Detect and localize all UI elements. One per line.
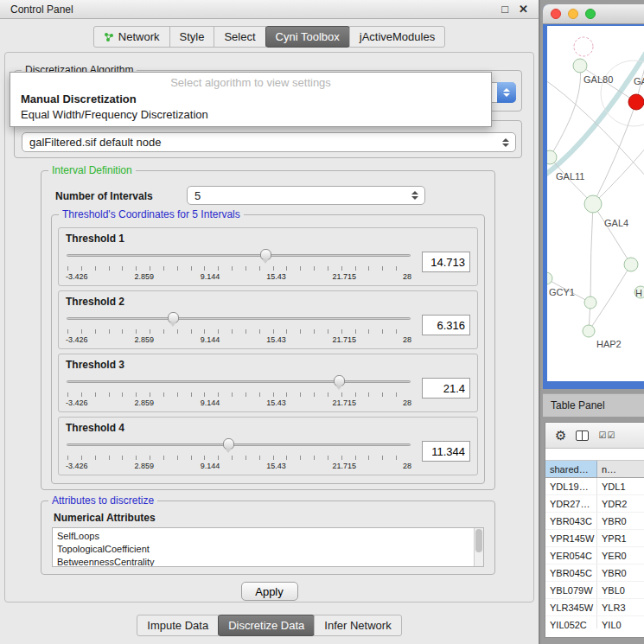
table-cell[interactable]: YDL1 bbox=[597, 478, 644, 494]
table-cell[interactable]: YDL19… bbox=[545, 478, 597, 494]
table-row[interactable]: YLR345WYLR3 bbox=[545, 599, 644, 616]
table-cell[interactable]: YBR0 bbox=[597, 564, 644, 581]
table-cell[interactable]: YDR27… bbox=[545, 495, 597, 512]
tick-label: 15.43 bbox=[266, 335, 286, 344]
tab-infer-network[interactable]: Infer Network bbox=[314, 615, 401, 636]
top-tab-bar: Network Style Select Cyni Toolbox jActiv… bbox=[0, 26, 539, 48]
attribute-list-item[interactable]: BetweennessCentrality bbox=[57, 556, 483, 567]
table-row[interactable]: YBR043CYBR0 bbox=[545, 513, 644, 530]
tab-style[interactable]: Style bbox=[169, 26, 215, 48]
slider-thumb[interactable] bbox=[223, 438, 234, 450]
table-row[interactable]: YDR27…YDR2 bbox=[545, 495, 644, 513]
network-canvas[interactable]: GAL80GAGAL11GAL4GCY1HHAP2 bbox=[547, 26, 644, 381]
slider-track[interactable] bbox=[67, 317, 411, 320]
table-cell[interactable]: YDR2 bbox=[597, 495, 644, 512]
threshold-3-slider[interactable] bbox=[66, 374, 411, 390]
table-cell[interactable]: YBR0 bbox=[597, 513, 644, 529]
table-cell[interactable]: YER0 bbox=[597, 547, 644, 564]
column-header-name[interactable]: n… bbox=[597, 461, 644, 477]
control-panel: Control Panel □ ✕ Network Style Select C… bbox=[0, 0, 540, 644]
select-columns-icons[interactable]: ☑☑ bbox=[598, 430, 615, 440]
attributes-group: Attributes to discretize Numerical Attri… bbox=[41, 501, 495, 575]
number-of-intervals-select[interactable]: 5 bbox=[187, 186, 425, 205]
threshold-4-value-input[interactable] bbox=[422, 441, 470, 462]
zoom-button[interactable] bbox=[585, 9, 596, 19]
threshold-2-slider[interactable] bbox=[66, 311, 411, 327]
threshold-panel: Threshold 4 -3.4262.8599.14415.4321.7152… bbox=[58, 417, 478, 475]
table-cell[interactable]: YLR345W bbox=[545, 599, 597, 615]
slider-track[interactable] bbox=[67, 380, 411, 383]
slider-track[interactable] bbox=[67, 254, 411, 257]
apply-button[interactable]: Apply bbox=[241, 582, 298, 601]
interval-definition-group: Interval Definition Number of Intervals … bbox=[41, 170, 495, 490]
tab-network[interactable]: Network bbox=[93, 26, 170, 48]
dropdown-option-equal-width-frequency[interactable]: Equal Width/Frequency Discretization bbox=[10, 107, 491, 123]
slider-area: -3.4262.8599.14415.4321.71528 bbox=[66, 248, 411, 281]
table-cell[interactable]: YIL052C bbox=[545, 616, 597, 628]
slider-tickmarks bbox=[67, 329, 410, 334]
list-scrollbar[interactable] bbox=[474, 528, 483, 566]
table-cell[interactable]: YBR045C bbox=[545, 564, 597, 581]
table-cell[interactable]: YIL0 bbox=[597, 616, 644, 628]
slider-thumb[interactable] bbox=[260, 249, 271, 260]
combo-arrows-icon bbox=[502, 138, 509, 147]
table-cell[interactable]: YPR145W bbox=[545, 530, 597, 546]
slider-thumb[interactable] bbox=[168, 312, 179, 323]
slider-tick-labels: -3.4262.8599.14415.4321.71528 bbox=[66, 335, 411, 344]
table-row[interactable]: YBL079WYBL0 bbox=[545, 582, 644, 599]
dropdown-option-manual-discretization[interactable]: Manual Discretization bbox=[10, 92, 491, 107]
minimize-button[interactable] bbox=[568, 9, 578, 19]
table-cell[interactable]: YBR043C bbox=[545, 513, 597, 529]
table-cell[interactable]: YBL0 bbox=[597, 582, 644, 598]
tick-label: 21.715 bbox=[333, 462, 357, 470]
table-cell[interactable]: YBL079W bbox=[545, 582, 597, 598]
scrollbar-thumb[interactable] bbox=[475, 529, 482, 552]
tab-jactivemodules[interactable]: jActiveModules bbox=[349, 26, 445, 48]
threshold-4-slider[interactable] bbox=[66, 437, 411, 453]
column-header-shared-name[interactable]: shared… bbox=[545, 461, 597, 477]
tick-label: 9.144 bbox=[201, 335, 220, 344]
combo-arrows-icon bbox=[497, 82, 516, 103]
table-cell[interactable]: YER054C bbox=[545, 547, 597, 564]
tab-label: Select bbox=[224, 30, 255, 43]
table-row[interactable]: YIL052CYIL0 bbox=[545, 616, 644, 628]
tab-impute-data[interactable]: Impute Data bbox=[137, 615, 219, 636]
table-row[interactable]: YBR045CYBR0 bbox=[545, 564, 644, 582]
tick-label: 2.859 bbox=[134, 335, 154, 344]
close-button[interactable] bbox=[551, 9, 561, 19]
float-window-icon[interactable]: □ bbox=[501, 3, 508, 15]
table-data-select[interactable]: galFiltered.sif default node bbox=[22, 132, 516, 152]
threshold-1-value-input[interactable] bbox=[422, 252, 470, 272]
columns-icon[interactable] bbox=[576, 430, 589, 441]
thresholds-group: Threshold's Coordinates for 5 Intervals … bbox=[51, 214, 485, 484]
threshold-panel: Threshold 2 -3.4262.8599.14415.4321.7152… bbox=[58, 290, 478, 349]
group-title: Interval Definition bbox=[48, 164, 136, 176]
threshold-panel: Threshold 1 -3.4262.8599.14415.4321.7152… bbox=[58, 227, 478, 286]
close-icon[interactable]: ✕ bbox=[519, 3, 528, 15]
table-cell[interactable]: YPR1 bbox=[597, 530, 644, 546]
toolbar-spacer bbox=[545, 449, 644, 460]
tab-label: Impute Data bbox=[147, 619, 208, 632]
threshold-3-value-input[interactable] bbox=[422, 378, 470, 399]
tab-discretize-data[interactable]: Discretize Data bbox=[218, 615, 315, 636]
slider-track[interactable] bbox=[67, 443, 411, 446]
table-header-row: shared… n… bbox=[545, 460, 644, 478]
tab-cyni-toolbox[interactable]: Cyni Toolbox bbox=[265, 26, 350, 48]
tab-select[interactable]: Select bbox=[214, 26, 265, 48]
node-label: HAP2 bbox=[596, 339, 622, 349]
threshold-1-slider[interactable] bbox=[66, 248, 411, 264]
table-cell[interactable]: YLR3 bbox=[597, 599, 644, 615]
tick-label: 21.715 bbox=[333, 399, 357, 407]
threshold-2-value-input[interactable] bbox=[422, 315, 470, 335]
numerical-attributes-list[interactable]: SelfLoopsTopologicalCoefficientBetweenne… bbox=[52, 527, 484, 567]
combo-arrows-icon bbox=[411, 191, 418, 200]
attribute-list-item[interactable]: TopologicalCoefficient bbox=[57, 543, 483, 556]
table-row[interactable]: YPR145WYPR1 bbox=[545, 530, 644, 547]
table-row[interactable]: YER054CYER0 bbox=[545, 547, 644, 564]
table-row[interactable]: YDL19…YDL1 bbox=[545, 478, 644, 495]
selected-node[interactable] bbox=[628, 94, 644, 110]
gear-icon[interactable]: ⚙ bbox=[555, 429, 566, 442]
attribute-list-item[interactable]: SelfLoops bbox=[57, 530, 483, 543]
table-body: YDL19…YDL1YDR27…YDR2YBR043CYBR0YPR145WYP… bbox=[545, 478, 644, 628]
slider-thumb[interactable] bbox=[334, 375, 345, 386]
